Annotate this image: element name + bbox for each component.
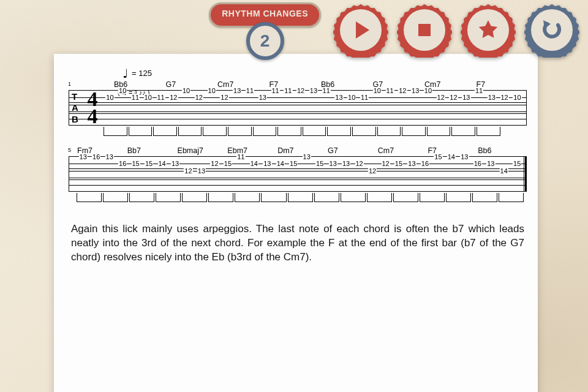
fret-number: 16 — [92, 154, 100, 160]
quarter-note-icon: ♩ — [123, 70, 128, 77]
fret-number: 16 — [473, 160, 482, 167]
fret-number: 10 — [105, 94, 114, 101]
play-icon — [349, 18, 373, 42]
fret-number: 13 — [407, 160, 416, 167]
fret-number: 13 — [171, 160, 179, 167]
fret-number: 12 — [368, 167, 377, 174]
fret-number: 13 — [334, 94, 343, 101]
stop-icon — [412, 18, 437, 42]
fret-number: 14 — [447, 154, 456, 160]
fret-number: 14 — [250, 160, 258, 167]
star-icon — [476, 18, 500, 42]
fret-number: 12 — [296, 88, 305, 94]
fret-number: 13 — [263, 160, 271, 167]
fret-number: 12 — [195, 94, 203, 101]
fret-number: 10 — [182, 88, 190, 94]
tab-label: T A B — [72, 91, 83, 125]
fret-number: 12 — [500, 94, 508, 101]
fret-number: 13 — [411, 88, 420, 94]
fret-number: 11 — [271, 88, 279, 94]
fret-number: 14 — [276, 160, 285, 167]
tab-system-1: Bb6G7Cm7F7Bb6G7Cm7F7 (♫ = 3 ♪♪) 1 T A B … — [69, 90, 527, 126]
favorite-button[interactable] — [461, 2, 516, 58]
fret-number: 11 — [475, 88, 483, 94]
fret-number: 15 — [289, 160, 298, 167]
fret-number: 11 — [246, 88, 254, 94]
top-toolbar: RHYTHM CHANGES 2 — [0, 2, 588, 58]
fret-number: 10 — [424, 88, 432, 94]
fret-number: 11 — [236, 154, 245, 160]
fret-number: 15 — [434, 154, 442, 160]
fret-number: 12 — [381, 160, 390, 167]
fret-number: 13 — [258, 94, 267, 101]
fret-number: 10 — [513, 94, 521, 101]
fret-number: 15 — [131, 160, 140, 167]
fret-number: 11 — [322, 88, 331, 94]
fret-number: 11 — [156, 94, 165, 101]
fret-number: 14 — [157, 160, 166, 167]
fret-number: 12 — [184, 167, 192, 174]
fret-number: 15 — [315, 160, 324, 167]
fret-number: 13 — [303, 154, 311, 160]
chord-symbol: Ebm7 — [226, 146, 276, 155]
tab-stave-1: 1 T A B 4 4 1010111011121012101213111311… — [69, 90, 527, 126]
fret-number: 13 — [462, 94, 470, 101]
chord-symbol: Cm7 — [216, 80, 268, 89]
fret-number: 12 — [449, 94, 458, 101]
chord-row-2: Fm7Bb7Ebmaj7Ebm7Dm7G7Cm7F7Bb6 — [69, 146, 527, 155]
fret-number: 10 — [373, 88, 382, 94]
chord-symbol: G7 — [326, 146, 377, 155]
fret-number: 15 — [224, 160, 232, 167]
fret-number: 13 — [197, 167, 206, 174]
score-sheet: ♩ = 125 Bb6G7Cm7F7Bb6G7Cm7F7 (♫ = 3 ♪♪) … — [54, 54, 538, 392]
undo-icon — [540, 18, 564, 42]
fret-number: 11 — [385, 88, 394, 94]
tempo-marking: ♩ = 125 — [123, 69, 527, 78]
fret-number: 13 — [233, 88, 241, 94]
chord-symbol: Bb7 — [126, 146, 176, 155]
bar-number: 1 — [68, 81, 71, 87]
chord-symbol: Cm7 — [377, 146, 427, 155]
fret-number: 13 — [79, 154, 88, 160]
svg-rect-0 — [418, 24, 431, 36]
fret-number: 13 — [486, 160, 495, 167]
fret-number: 12 — [398, 88, 407, 94]
lesson-number: 2 — [246, 22, 284, 60]
fret-number: 14 — [500, 167, 508, 174]
fret-number: 12 — [169, 94, 178, 101]
play-button[interactable] — [333, 2, 388, 58]
back-button[interactable] — [524, 2, 579, 58]
fret-number: 12 — [355, 160, 363, 167]
chord-symbol: Bb6 — [477, 146, 527, 155]
fret-number: 13 — [329, 160, 337, 167]
fret-number: 10 — [347, 94, 356, 101]
fret-number: 10 — [118, 88, 127, 94]
fret-number: 15 — [145, 160, 153, 167]
tab-stave-2: 5 13161316151514131213121511141314151315… — [69, 156, 527, 192]
lesson-badge: RHYTHM CHANGES 2 — [209, 2, 321, 28]
stop-button[interactable] — [397, 2, 452, 58]
fret-number: 15 — [394, 160, 403, 167]
fret-number: 15 — [513, 160, 521, 167]
fret-number: 12 — [220, 94, 228, 101]
tab-system-2: Fm7Bb7Ebmaj7Ebm7Dm7G7Cm7F7Bb6 5 13161316… — [69, 156, 527, 192]
fret-number: 11 — [284, 88, 292, 94]
explanation-text: Again this lick mainly uses arpeggios. T… — [69, 222, 527, 265]
fret-number: 13 — [488, 94, 496, 101]
fret-number: 11 — [131, 94, 140, 101]
fret-number: 13 — [342, 160, 350, 167]
fret-number: 10 — [208, 88, 216, 94]
tempo-value: = 125 — [132, 69, 152, 78]
fret-number: 10 — [144, 94, 153, 101]
fret-number: 13 — [460, 154, 469, 160]
fret-number: 13 — [105, 154, 114, 160]
fret-number: 11 — [360, 94, 369, 101]
fret-number: 16 — [421, 160, 429, 167]
chord-symbol: Ebmaj7 — [176, 146, 227, 155]
time-signature: 4 4 — [85, 89, 100, 126]
fret-number: 12 — [210, 160, 219, 167]
chord-symbol: Dm7 — [276, 146, 326, 155]
fret-number: 16 — [118, 160, 127, 167]
fret-number: 13 — [309, 88, 318, 94]
bar-number: 5 — [68, 147, 71, 153]
